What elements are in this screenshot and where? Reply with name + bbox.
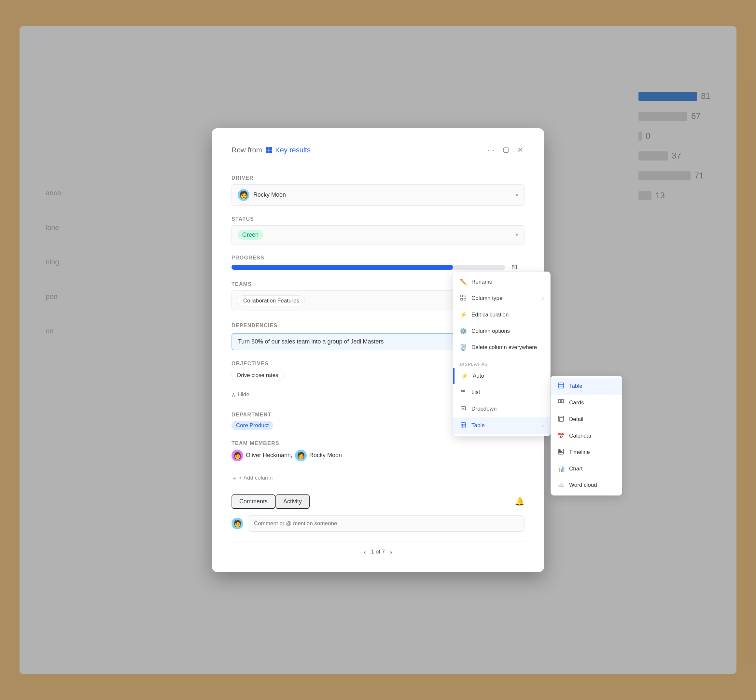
display-as-label: DISPLAY AS: [453, 358, 550, 368]
auto-icon: ⚡: [461, 372, 468, 380]
auto-menu-item[interactable]: ⚡ Auto: [453, 368, 550, 384]
submenu-calendar-label: Calendar: [569, 433, 592, 439]
add-column-button[interactable]: ＋ + Add column: [231, 472, 273, 484]
status-chevron: ▾: [515, 231, 518, 238]
progress-label: PROGRESS: [231, 255, 525, 261]
pagination: ‹ 1 of 7 ›: [231, 541, 525, 556]
auto-label: Auto: [473, 373, 484, 379]
driver-value: Rocky Moon: [253, 191, 286, 198]
driver-chevron: ▾: [515, 191, 518, 198]
comment-input[interactable]: [248, 516, 525, 532]
pagination-text: 1 of 7: [371, 548, 385, 555]
delete-column-menu-item[interactable]: 🗑️ Delete column everywhere: [453, 339, 550, 356]
driver-select[interactable]: 🧑 Rocky Moon ▾: [231, 184, 525, 206]
col-options-icon: ⚙️: [460, 328, 467, 335]
submenu-timeline-icon: [558, 448, 565, 456]
modal-header: Row from Key results ⋯: [231, 145, 525, 162]
member1-name: Oliver Heckmann,: [246, 452, 292, 459]
dep-label: DEPENDENCIES: [231, 323, 278, 328]
comment-input-row: 🧑: [231, 516, 525, 532]
svg-rect-9: [464, 295, 466, 297]
dept-tag: Core Product: [231, 421, 273, 430]
rename-icon: ✏️: [460, 278, 467, 286]
more-options-button[interactable]: ⋯: [486, 145, 496, 156]
submenu-cards-label: Cards: [569, 400, 584, 406]
list-menu-item[interactable]: List: [453, 384, 550, 401]
submenu-calendar[interactable]: 📅 Calendar: [551, 428, 622, 444]
submenu-table[interactable]: Table: [551, 378, 622, 395]
bell-icon[interactable]: 🔔: [515, 497, 525, 506]
hide-label: Hide: [238, 391, 249, 398]
member1-avatar: 👩: [231, 450, 243, 461]
driver-field: DRIVER 🧑 Rocky Moon ▾: [231, 175, 525, 206]
team-members-field: TEAM MEMBERS 👩 Oliver Heckmann, 🧑 Rocky …: [231, 441, 525, 461]
svg-rect-15: [461, 407, 465, 410]
close-button[interactable]: ✕: [516, 145, 525, 156]
driver-avatar: 🧑: [238, 189, 249, 201]
submenu-timeline[interactable]: Timeline: [551, 444, 622, 461]
row-from-label: Row from: [231, 146, 262, 154]
teams-tag: Collaboration Features: [238, 295, 305, 306]
obj-pill: Drive close rates: [231, 370, 284, 381]
svg-rect-0: [266, 147, 269, 150]
hide-chevron-up: ∧: [231, 391, 235, 398]
progress-bar-container: [231, 265, 505, 270]
comments-tab[interactable]: Comments: [231, 494, 275, 509]
rename-menu-item[interactable]: ✏️ Rename: [453, 274, 550, 290]
grid-icon: [266, 147, 272, 154]
table-icon: [460, 422, 467, 430]
edit-calc-icon: ⚡: [460, 311, 467, 319]
list-label: List: [472, 389, 480, 395]
submenu-chart[interactable]: 📊 Chart: [551, 461, 622, 477]
status-select[interactable]: Green ▾: [231, 225, 525, 245]
table-menu-item[interactable]: Table ›: [453, 417, 550, 434]
submenu-chart-icon: 📊: [558, 465, 565, 472]
dep-text: Turn 80% of our sales team into a group …: [238, 338, 384, 345]
dropdown-menu-item[interactable]: Dropdown: [453, 401, 550, 417]
edit-calc-label: Edit calculation: [472, 312, 509, 318]
prev-page-button[interactable]: ‹: [364, 548, 366, 556]
submenu-cards[interactable]: Cards: [551, 395, 622, 411]
expand-button[interactable]: [501, 145, 511, 155]
key-results-link[interactable]: Key results: [266, 146, 311, 154]
add-col-label: + Add column: [239, 475, 273, 481]
submenu-table-label: Table: [569, 383, 583, 389]
submenu-word-cloud[interactable]: ☁️ Word cloud: [551, 477, 622, 493]
context-menu: ✏️ Rename Column type › ⚡ Edit calculati: [453, 272, 551, 436]
dropdown-label: Dropdown: [472, 406, 497, 412]
svg-rect-1: [269, 147, 272, 150]
activity-tab[interactable]: Activity: [275, 494, 309, 509]
header-actions: ⋯ ✕: [486, 145, 525, 156]
comments-activity-tabs: Comments Activity 🔔: [231, 494, 525, 509]
submenu-detail-label: Detail: [569, 416, 583, 423]
team-members-label: TEAM MEMBERS: [231, 441, 525, 446]
status-label: STATUS: [231, 216, 525, 222]
next-page-button[interactable]: ›: [390, 548, 392, 556]
table-label: Table: [472, 422, 485, 429]
modal-title: Row from Key results: [231, 146, 311, 154]
dropdown-icon: [460, 405, 467, 413]
modal-overlay: Row from Key results ⋯: [0, 0, 756, 700]
driver-label: DRIVER: [231, 175, 525, 181]
progress-row: 81: [231, 264, 525, 271]
edit-calculation-menu-item[interactable]: ⚡ Edit calculation: [453, 307, 550, 323]
member2-avatar: 🧑: [295, 450, 307, 461]
column-type-icon: [460, 295, 467, 302]
column-type-label: Column type: [472, 295, 502, 302]
svg-rect-8: [461, 295, 462, 297]
progress-value: 81: [511, 264, 525, 271]
table-arrow: ›: [542, 423, 544, 428]
svg-rect-20: [558, 383, 564, 388]
submenu-wordcloud-label: Word cloud: [569, 482, 597, 488]
column-type-arrow: ›: [542, 295, 544, 301]
column-options-menu-item[interactable]: ⚙️ Column options: [453, 323, 550, 339]
svg-rect-32: [559, 450, 560, 451]
column-type-menu-item[interactable]: Column type ›: [453, 290, 550, 307]
comments-right: 🔔: [515, 497, 525, 506]
list-icon: [460, 389, 467, 396]
submenu-timeline-label: Timeline: [569, 449, 590, 455]
progress-field: PROGRESS 81: [231, 255, 525, 271]
submenu-table-icon: [558, 383, 565, 390]
svg-rect-33: [559, 451, 562, 452]
submenu-detail[interactable]: Detail: [551, 411, 622, 428]
